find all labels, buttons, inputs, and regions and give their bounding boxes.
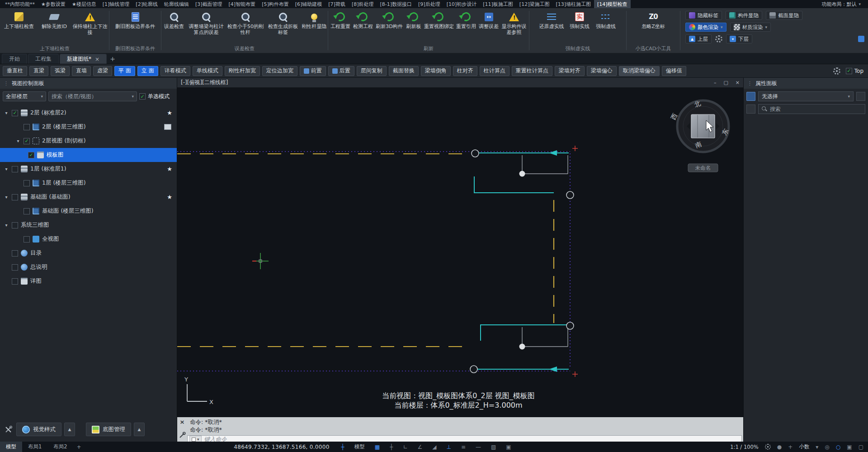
tab-new-drawing[interactable]: 新建图纸*× [60, 54, 107, 64]
tree-item-all-view[interactable]: 全视图 [0, 232, 177, 246]
checkbox[interactable] [12, 250, 18, 257]
tree-item-floor2[interactable]: ▾✓2层 (标准层2)★ [0, 106, 177, 120]
menu-item-axis[interactable]: [1]轴线管理 [99, 0, 133, 8]
base-map-button[interactable]: 底图管理 [86, 423, 131, 436]
layer-settings-gear-icon[interactable] [715, 35, 722, 43]
expander-icon[interactable]: ▾ [4, 223, 9, 228]
model-space-toggle[interactable]: 模型 [354, 443, 365, 450]
isolate-objects-icon[interactable]: ○ [836, 444, 840, 450]
grip-point[interactable] [566, 322, 574, 329]
toolbar-button-rigid-bar-widen[interactable]: 刚性杆加宽 [225, 66, 260, 76]
toolbar-button-beam-wall-offset[interactable]: 梁墙偏心 [587, 66, 617, 76]
checkbox[interactable] [12, 166, 18, 172]
reset-reference-button[interactable]: 重置引用 [455, 10, 477, 45]
wall-line-cyan-lower-l[interactable] [481, 325, 569, 341]
floor-view-search-dropdown[interactable]: 搜索（楼层/视图）▾ [48, 91, 137, 101]
toolbar-button-detail-mode[interactable]: 详看模式 [160, 66, 190, 76]
close-viewport-button[interactable]: × [736, 80, 740, 86]
checkbox[interactable]: ✓ [12, 110, 18, 116]
hide-labels-button[interactable]: 隐藏标签 [685, 11, 722, 20]
checkbox[interactable] [12, 194, 18, 200]
layout-switcher[interactable]: 功能布局：默认▾ [816, 1, 866, 8]
viewport-badge-icon[interactable] [164, 124, 171, 130]
menu-item-wallcol-drawing[interactable]: [13]墙柱施工图 [552, 0, 594, 8]
isodraft-icon[interactable]: ◢ [432, 444, 436, 450]
grid-icon[interactable]: ▦ [375, 444, 380, 450]
pointer-input-icon[interactable]: ┼ [341, 444, 344, 450]
toolbar-button-elevation-view[interactable]: 立 面 [137, 66, 158, 76]
toolbar-button-cancel-beam-wall-offset[interactable]: 取消梁墙偏心 [619, 66, 660, 76]
menu-item-postprocess[interactable]: [9]后处理 [415, 0, 443, 8]
top-view-checkbox[interactable]: ✓Top [846, 68, 863, 74]
show-member-error-reference-button[interactable]: 显示构件误差参照 [500, 10, 528, 45]
menu-item-aux-model[interactable]: [6]辅助建模 [292, 0, 326, 8]
favorite-star-icon[interactable]: ★ [167, 166, 175, 172]
tree-item-floor2-view[interactable]: ▾✓2层视图 (剖切框) [0, 134, 177, 148]
tree-item-floor1[interactable]: ▾1层 (标准层1)★ [0, 162, 177, 176]
check-rigid-bar-button[interactable]: 检查小于50的刚性杆 [226, 10, 265, 45]
graphics-performance-icon[interactable]: ▣ [847, 444, 852, 450]
ignore-z-button[interactable]: Z0忽略Z坐标 [638, 10, 668, 45]
menu-item-beam-drawing[interactable]: [12]梁施工图 [516, 0, 553, 8]
grip-point[interactable] [472, 150, 479, 157]
refresh-slab-button[interactable]: 刷新板 [405, 10, 423, 45]
section-visibility-button[interactable]: 截面显隐 [766, 11, 802, 20]
tree-item-system-3d[interactable]: ▾系统三维图 [0, 218, 177, 232]
annotation-scale-label[interactable]: 1:1 / 100% [730, 444, 759, 450]
expander-icon[interactable]: ▾ [4, 195, 9, 200]
property-filter-icon[interactable] [856, 92, 865, 101]
menu-item-outline-edit[interactable]: 轮廓线编辑 [161, 0, 192, 8]
menu-item-slab-drawing[interactable]: [11]板施工图 [480, 0, 516, 8]
checkbox[interactable] [24, 124, 30, 130]
checkbox[interactable] [12, 264, 18, 271]
toolbar-button-single-line-mode[interactable]: 单线模式 [193, 66, 222, 76]
color-render-dropdown[interactable]: 颜色渲染▾ [685, 23, 726, 32]
adjust-wall-beam-column-error-button[interactable]: 调整墙梁与柱计算点的误差 [187, 10, 225, 45]
add-layout-button[interactable]: + [73, 444, 85, 450]
property-search-input[interactable]: 搜索 [758, 104, 865, 114]
command-tools-icon[interactable] [179, 432, 186, 440]
single-select-checkbox[interactable]: ✓单选模式 [139, 93, 170, 100]
selection-dropdown[interactable]: 无选择▾ [758, 91, 854, 101]
tab-project-set[interactable]: 工程集 [28, 54, 59, 64]
ortho-icon[interactable]: ∟ [403, 444, 407, 450]
grip-point[interactable] [470, 366, 477, 373]
annotation-monitor-icon[interactable]: ◎ [825, 444, 829, 450]
lineweight-icon[interactable]: — [476, 444, 481, 450]
keep-wall-column-link-button[interactable]: 保持墙柱上下连接 [71, 10, 108, 45]
calc-point-node[interactable] [519, 171, 525, 177]
check-project-button[interactable]: 检测工程 [352, 10, 374, 45]
menu-item-prelim-design[interactable]: [10]初步设计 [443, 0, 480, 8]
visual-style-tray-up-button[interactable]: ▲ [64, 423, 75, 436]
reset-view-binding-button[interactable]: 重置视图绑定 [424, 10, 454, 45]
menu-item-model-check[interactable]: [14]模型检查 [594, 0, 631, 8]
settings-gear-icon[interactable] [833, 67, 840, 75]
error-check-button[interactable]: 误差检查 [162, 10, 186, 45]
transparency-icon[interactable]: ▧ [491, 444, 496, 450]
tree-item-floor2-3d[interactable]: 2层 (楼层三维图) [0, 120, 177, 134]
toolbar-button-beam-wall-align[interactable]: 梁墙对齐 [555, 66, 585, 76]
property-table-icon[interactable] [746, 92, 755, 101]
toolbar-button-offset-value[interactable]: 偏移值 [662, 66, 686, 76]
toolbar-button-beam-wall-chamfer[interactable]: 梁墙倒角 [421, 66, 451, 76]
new-tab-button[interactable]: + [108, 54, 118, 64]
floor-filter-dropdown[interactable]: 全部楼层▾ [3, 91, 46, 101]
grip-point[interactable] [566, 191, 574, 199]
menu-item-floors[interactable]: ★楼层信息 [69, 0, 99, 8]
tab-start[interactable]: 开始 [2, 54, 27, 64]
drawing-viewport[interactable]: 北 西 东 南 未命名 Y X 当前视图：视图_模板图体系0_2层 视图_模板图… [177, 88, 743, 417]
panel-doc-icon[interactable] [858, 36, 864, 42]
tree-item-template-view[interactable]: ✓模板图 [0, 148, 177, 162]
checkbox[interactable] [12, 278, 18, 285]
checkbox[interactable] [24, 208, 30, 214]
menu-item-internal[interactable]: **内部功能** [2, 0, 38, 8]
navigation-compass[interactable]: 北 西 东 南 [670, 100, 730, 152]
toolbar-button-virtual-beam[interactable]: 虚梁 [93, 66, 112, 76]
toolbar-button-arc-beam[interactable]: 弧梁 [51, 66, 70, 76]
close-command-icon[interactable]: × [180, 419, 185, 425]
project-reset-button[interactable]: 工程重置 [330, 10, 351, 45]
tree-item-catalog[interactable]: 目录 [0, 246, 177, 260]
expander-icon[interactable]: ▾ [4, 110, 9, 115]
checkbox[interactable] [12, 222, 18, 228]
delete-old-boundary-button[interactable]: 删旧图板边界条件 [112, 10, 159, 45]
